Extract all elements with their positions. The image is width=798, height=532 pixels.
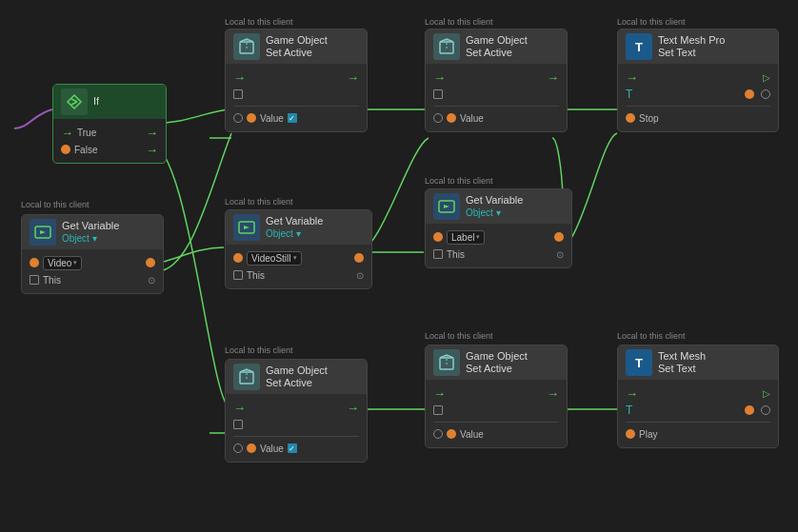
- tmp1-exec-in: → ▷: [626, 69, 770, 86]
- tmp2-node: T Text Mesh Set Text → ▷ T Play: [617, 345, 779, 448]
- tmp1-text-port: T: [626, 86, 770, 103]
- local-label-getvar1: Local to this client: [21, 200, 90, 209]
- if-title: If: [93, 95, 99, 108]
- gameobj1-body: → → Value ✓: [226, 64, 367, 131]
- tmp2-body: → ▷ T Play: [618, 380, 778, 447]
- local-label-go4: Local to this client: [425, 331, 493, 341]
- tmp2-header: T Text Mesh Set Text: [618, 345, 778, 380]
- go1-cube-port: [233, 86, 359, 103]
- tmp1-icon: T: [626, 33, 652, 60]
- gameobj3-title: Game Object Set Active: [466, 34, 528, 59]
- getvar2-title: Get Variable Object ▾: [266, 215, 323, 239]
- gameobj2-body: → → Value ✓: [226, 394, 367, 462]
- tmp2-title: Text Mesh Set Text: [658, 350, 706, 375]
- if-body: → True → False →: [53, 119, 166, 163]
- tmp1-header: T Text Mesh Pro Set Text: [618, 30, 778, 64]
- getvar1-video-port: Video ▾: [30, 254, 155, 271]
- tmp2-text-port: T: [626, 402, 770, 419]
- go3-cube-port: [433, 86, 559, 103]
- tmp2-icon: T: [626, 349, 652, 376]
- local-label-getvar3: Local to this client: [425, 176, 493, 186]
- go4-exec-in: → →: [433, 384, 559, 402]
- getvar1-header: Get Variable Object ▾: [22, 215, 163, 249]
- if-false-port: False →: [61, 141, 158, 158]
- getvar2-icon: [233, 214, 260, 241]
- if-node-header: If: [53, 85, 166, 119]
- cube2-icon: [233, 364, 260, 390]
- getvar1-this-port: This ⊙: [30, 271, 155, 288]
- if-node: If → True → False →: [52, 84, 167, 164]
- getvar1-body: Video ▾ This ⊙: [22, 249, 163, 293]
- getvar3-icon: [433, 193, 460, 220]
- svg-text:T: T: [635, 356, 643, 370]
- gameobj3-header: Game Object Set Active: [426, 30, 567, 64]
- tmp1-title: Text Mesh Pro Set Text: [658, 34, 725, 59]
- if-true-port: → True →: [61, 124, 158, 141]
- gameobj1-node: Game Object Set Active → → Value ✓: [225, 29, 368, 132]
- gameobj2-header: Game Object Set Active: [226, 360, 367, 394]
- go1-exec-in: → →: [233, 69, 359, 86]
- getvar3-this-port: This ⊙: [433, 246, 564, 263]
- go3-exec-in: → →: [433, 69, 559, 86]
- gameobj4-node: Game Object Set Active → → Value: [425, 345, 568, 448]
- go2-exec-in: → →: [233, 399, 359, 416]
- gameobj3-node: Game Object Set Active → → Value: [425, 29, 568, 132]
- tmp2-play-port: Play: [626, 425, 770, 443]
- svg-text:T: T: [635, 40, 643, 54]
- gameobj3-body: → → Value: [426, 64, 567, 131]
- go2-value-port: Value ✓: [233, 440, 359, 457]
- gameobj2-title: Game Object Set Active: [266, 365, 328, 389]
- getvar2-node: Get Variable Object ▾ VideoStill ▾ This …: [225, 209, 372, 289]
- node-canvas[interactable]: Local to this client If → True → False →: [0, 0, 798, 532]
- local-label-getvar2: Local to this client: [225, 197, 293, 207]
- tmp2-exec-in: → ▷: [626, 384, 770, 402]
- local-label-tmp1: Local to this client: [617, 17, 686, 27]
- tmp1-stop-port: Stop: [626, 109, 770, 127]
- getvar3-header: Get Variable Object ▾: [426, 189, 571, 224]
- getvar2-body: VideoStill ▾ This ⊙: [226, 245, 371, 288]
- local-label-tmp2: Local to this client: [617, 331, 686, 341]
- getvar2-header: Get Variable Object ▾: [226, 210, 371, 245]
- gameobj4-body: → → Value: [426, 380, 567, 447]
- go3-value-port: Value: [433, 109, 559, 127]
- getvar2-this-port: This ⊙: [233, 266, 364, 284]
- tmp1-body: → ▷ T Stop: [618, 64, 778, 131]
- cube3-icon: [433, 33, 460, 60]
- cube1-icon: [233, 33, 260, 60]
- getvar1-title: Get Variable Object ▾: [62, 220, 119, 244]
- local-label-go2: Local to this client: [225, 345, 293, 355]
- getvar2-videostill-port: VideoStill ▾: [233, 249, 364, 266]
- getvar1-icon: [30, 219, 56, 246]
- if-icon: [61, 89, 88, 115]
- getvar3-body: Label ▾ This ⊙: [426, 224, 571, 267]
- gameobj4-header: Game Object Set Active: [426, 345, 567, 380]
- gameobj1-header: Game Object Set Active: [226, 30, 367, 64]
- getvar1-node: Get Variable Object ▾ Video ▾ This ⊙: [21, 214, 164, 294]
- local-label-go1: Local to this client: [225, 17, 293, 27]
- go4-value-port: Value: [433, 425, 559, 443]
- getvar3-title: Get Variable Object ▾: [466, 194, 523, 218]
- getvar3-node: Get Variable Object ▾ Label ▾ This ⊙: [425, 188, 572, 268]
- go2-cube-port: [233, 416, 359, 433]
- tmp1-node: T Text Mesh Pro Set Text → ▷ T Sto: [617, 29, 779, 132]
- cube4-icon: [433, 349, 460, 376]
- go4-cube-port: [433, 402, 559, 419]
- local-label-go3: Local to this client: [425, 17, 493, 27]
- gameobj1-title: Game Object Set Active: [266, 34, 328, 59]
- gameobj4-title: Game Object Set Active: [466, 350, 528, 375]
- go1-value-port: Value ✓: [233, 109, 359, 127]
- getvar3-label-port: Label ▾: [433, 228, 564, 246]
- gameobj2-node: Game Object Set Active → → Value ✓: [225, 359, 368, 463]
